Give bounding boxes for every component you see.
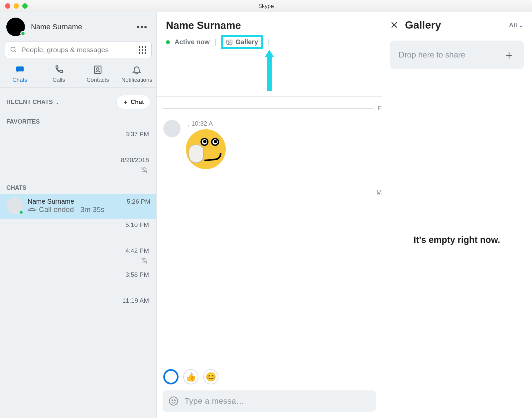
- close-icon[interactable]: ✕: [390, 20, 398, 30]
- bell-off-icon: [0, 166, 156, 178]
- presence-dot: [20, 31, 26, 36]
- fullscreen-window-button[interactable]: [22, 3, 28, 9]
- quick-actions: 👍 😊: [157, 366, 382, 388]
- app-window: Skype Name Surname ••• People, groups & …: [0, 0, 532, 418]
- svg-line-1: [15, 51, 16, 52]
- image-icon: [226, 40, 233, 45]
- wave-emoji[interactable]: [186, 129, 226, 169]
- list-item-time[interactable]: 11:19 AM: [0, 294, 156, 307]
- tab-chats-label: Chats: [12, 77, 27, 83]
- smiley-button[interactable]: 😊: [203, 369, 218, 384]
- list-item-time[interactable]: 4:42 PM: [0, 245, 156, 257]
- chat-subtitle: Call ended - 3m 35s: [39, 205, 104, 214]
- gallery-panel: ✕ Gallery All⌄ Drop here to share ＋ It's…: [382, 12, 532, 418]
- chevron-down-icon: ⌄: [54, 100, 60, 105]
- avatar-self[interactable]: [6, 18, 25, 36]
- tab-notifications[interactable]: Notifications: [117, 65, 156, 83]
- thumbs-up-icon: 👍: [186, 372, 196, 382]
- search-input[interactable]: People, groups & messages: [5, 42, 133, 58]
- svg-point-10: [172, 400, 173, 401]
- more-icon[interactable]: •••: [134, 21, 150, 34]
- search-icon: [10, 46, 17, 53]
- window-title: Skype: [258, 3, 274, 10]
- svg-point-4: [96, 68, 99, 70]
- search-placeholder: People, groups & messages: [21, 46, 109, 54]
- message-timestamp: , 10:32 A: [188, 120, 226, 127]
- chats-header: CHATS: [0, 178, 156, 194]
- message-row: , 10:32 A: [163, 120, 382, 169]
- gallery-button-label: Gallery: [235, 38, 258, 46]
- chat-time: 5:26 PM: [127, 198, 150, 205]
- list-item-time[interactable]: 3:37 PM: [0, 128, 156, 141]
- svg-point-0: [11, 47, 15, 52]
- svg-point-11: [175, 400, 176, 401]
- contacts-icon: [93, 65, 103, 75]
- chevron-down-icon: ⌄: [518, 21, 524, 29]
- tab-calls-label: Calls: [53, 77, 65, 83]
- status-label: Active now: [175, 38, 210, 46]
- gallery-filter[interactable]: All⌄: [509, 21, 524, 29]
- svg-rect-2: [16, 66, 24, 71]
- compose-box[interactable]: Type a messa…: [163, 390, 376, 412]
- call-ended-icon: [28, 207, 36, 213]
- emoji-picker-icon[interactable]: [169, 396, 179, 406]
- svg-rect-7: [227, 40, 232, 44]
- presence-dot: [166, 40, 170, 44]
- conversation-header: Name Surname Active now | Gallery |: [157, 12, 382, 97]
- new-chat-button[interactable]: ＋Chat: [116, 95, 150, 109]
- gallery-empty-message: It's empty right now.: [390, 69, 524, 411]
- phone-icon: [54, 65, 64, 75]
- avatar[interactable]: [163, 120, 181, 137]
- gallery-title: Gallery: [405, 19, 502, 31]
- new-chat-label: Chat: [131, 99, 144, 106]
- avatar: [6, 197, 23, 214]
- nav-tabs: Chats Calls Contacts Notifications: [0, 63, 156, 88]
- thumbs-up-button[interactable]: 👍: [183, 369, 199, 384]
- traffic-lights: [5, 3, 28, 9]
- list-item-time[interactable]: 5:10 PM: [0, 219, 156, 231]
- tab-notifications-label: Notifications: [121, 77, 152, 83]
- drop-zone[interactable]: Drop here to share ＋: [390, 41, 524, 69]
- plus-icon: ＋: [123, 98, 129, 106]
- gallery-filter-label: All: [509, 22, 517, 29]
- close-window-button[interactable]: [5, 3, 10, 9]
- day-separator-letter: F: [378, 105, 382, 112]
- minimize-window-button[interactable]: [14, 3, 19, 9]
- conversation-title[interactable]: Name Surname: [166, 20, 372, 32]
- tab-chats[interactable]: Chats: [0, 65, 39, 83]
- cortana-button[interactable]: [163, 369, 179, 384]
- bell-off-icon: [0, 257, 156, 268]
- tab-calls[interactable]: Calls: [39, 65, 78, 83]
- chat-row-selected[interactable]: Name Surname 5:26 PM Call ended - 3m 35s: [0, 194, 156, 219]
- chat-name: Name Surname: [28, 198, 74, 205]
- list-item-time[interactable]: 3:58 PM: [0, 268, 156, 281]
- chat-list[interactable]: RECENT CHATS ⌄ ＋Chat FAVORITES 3:37 PM 8…: [0, 88, 156, 418]
- sidebar: Name Surname ••• People, groups & messag…: [0, 12, 157, 418]
- conversation-panel: Name Surname Active now | Gallery | F: [157, 12, 382, 418]
- favorites-header: FAVORITES: [0, 112, 156, 128]
- presence-dot: [19, 210, 24, 215]
- dialpad-icon: [139, 46, 146, 54]
- drop-zone-label: Drop here to share: [399, 50, 465, 59]
- divider: |: [214, 38, 216, 46]
- compose-placeholder: Type a messa…: [185, 396, 244, 406]
- svg-point-8: [228, 41, 229, 42]
- tab-contacts-label: Contacts: [87, 77, 109, 83]
- gallery-button[interactable]: Gallery: [221, 35, 263, 49]
- chat-icon: [15, 65, 25, 75]
- titlebar: Skype: [0, 0, 532, 12]
- self-name[interactable]: Name Surname: [31, 23, 128, 31]
- bell-icon: [132, 65, 142, 75]
- annotation-arrow: [166, 48, 372, 91]
- recent-header[interactable]: RECENT CHATS ⌄: [6, 99, 60, 106]
- list-item-time[interactable]: 8/20/2018: [0, 154, 156, 166]
- divider: |: [268, 38, 270, 46]
- conversation-body[interactable]: F , 10:32 A M: [157, 97, 382, 366]
- plus-icon: ＋: [503, 47, 515, 63]
- day-separator-letter: M: [376, 189, 382, 196]
- dialpad-button[interactable]: [133, 42, 152, 58]
- tab-contacts[interactable]: Contacts: [78, 65, 117, 83]
- smile-icon: 😊: [205, 372, 216, 382]
- svg-point-9: [170, 397, 178, 405]
